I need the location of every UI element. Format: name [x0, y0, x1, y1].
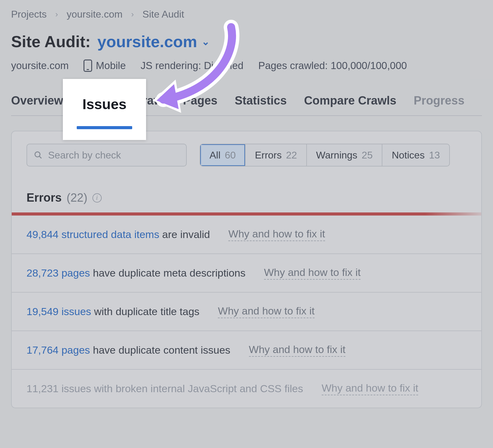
page-title: Site Audit: [11, 32, 91, 51]
filter-all[interactable]: All 60 [200, 144, 246, 166]
issue-link[interactable]: 11,231 issues [26, 383, 91, 394]
issue-row: 11,231 issues with broken internal JavaS… [12, 370, 481, 408]
fix-link[interactable]: Why and how to fix it [228, 228, 325, 241]
search-input-wrap[interactable] [26, 144, 187, 166]
issue-text: 11,231 issues with broken internal JavaS… [26, 383, 303, 395]
mobile-icon [84, 60, 92, 72]
chevron-right-icon: › [131, 10, 134, 19]
filter-warnings[interactable]: Warnings 25 [307, 144, 383, 166]
issue-link[interactable]: 19,549 issues [26, 306, 91, 317]
fix-link[interactable]: Why and how to fix it [322, 382, 418, 395]
issue-rest: have duplicate meta descriptions [90, 267, 246, 279]
fix-link[interactable]: Why and how to fix it [264, 266, 361, 280]
fix-link[interactable]: Why and how to fix it [249, 343, 346, 357]
issue-row: 28,723 pages have duplicate meta descrip… [12, 254, 481, 293]
meta-device-label: Mobile [96, 60, 126, 72]
filter-notices-label: Notices [392, 150, 425, 161]
tab-progress[interactable]: Progress [414, 94, 465, 107]
issue-link[interactable]: 49,844 structured data items [26, 228, 159, 240]
issue-row: 49,844 structured data items are invalid… [12, 216, 481, 254]
errors-section-header: Errors (22) i [12, 179, 481, 212]
annotation-arrow [136, 18, 246, 120]
meta-device: Mobile [84, 60, 126, 72]
issue-text: 19,549 issues with duplicate title tags [26, 306, 199, 318]
breadcrumb-item[interactable]: Projects [11, 9, 47, 20]
filter-segment: All 60 Errors 22 Warnings 25 Notices 13 [200, 144, 450, 166]
search-input[interactable] [48, 150, 179, 161]
chevron-right-icon: › [55, 10, 58, 19]
issue-text: 28,723 pages have duplicate meta descrip… [26, 267, 246, 279]
meta-row: yoursite.com Mobile JS rendering: Disabl… [11, 60, 482, 72]
tab-compare-crawls[interactable]: Compare Crawls [304, 94, 397, 107]
issue-rest: with broken internal JavaScript and CSS … [91, 383, 303, 394]
filter-notices[interactable]: Notices 13 [382, 144, 449, 166]
filter-errors-count: 22 [286, 150, 297, 161]
fix-link[interactable]: Why and how to fix it [218, 305, 315, 318]
issue-text: 17,764 pages have duplicate content issu… [26, 344, 230, 356]
filter-warnings-label: Warnings [316, 150, 357, 161]
errors-accent-bar [12, 212, 481, 216]
issue-row: 17,764 pages have duplicate content issu… [12, 331, 481, 370]
search-icon [34, 151, 43, 159]
page-title-row: Site Audit: yoursite.com ⌄ [11, 32, 482, 51]
issue-link[interactable]: 28,723 pages [26, 267, 90, 279]
breadcrumb: Projects › yoursite.com › Site Audit [11, 9, 482, 20]
filter-notices-count: 13 [429, 150, 440, 161]
issues-panel: All 60 Errors 22 Warnings 25 Notices 13 … [11, 131, 482, 408]
highlight-underline [77, 126, 132, 129]
issue-rest: with duplicate title tags [91, 306, 200, 317]
tab-overview[interactable]: Overview [11, 94, 63, 107]
meta-domain: yoursite.com [11, 60, 69, 72]
filter-errors-label: Errors [255, 150, 282, 161]
issue-text: 49,844 structured data items are invalid [26, 228, 210, 240]
highlight-issues-tab[interactable]: Issues [63, 79, 146, 140]
svg-point-0 [35, 152, 40, 157]
info-icon[interactable]: i [92, 193, 102, 203]
errors-section-title: Errors [26, 191, 62, 204]
issue-row: 19,549 issues with duplicate title tags … [12, 293, 481, 331]
errors-section-count: (22) [67, 191, 88, 204]
highlight-label: Issues [82, 96, 126, 113]
filter-all-label: All [210, 150, 221, 161]
issue-rest: are invalid [159, 228, 210, 240]
meta-pages-crawled: Pages crawled: 100,000/100,000 [258, 60, 407, 72]
filter-errors[interactable]: Errors 22 [246, 144, 307, 166]
svg-line-1 [39, 156, 42, 158]
breadcrumb-item[interactable]: yoursite.com [67, 9, 122, 20]
filter-all-count: 60 [225, 150, 236, 161]
filter-warnings-count: 25 [362, 150, 373, 161]
issue-rest: have duplicate content issues [90, 344, 230, 356]
issue-link[interactable]: 17,764 pages [26, 344, 90, 356]
